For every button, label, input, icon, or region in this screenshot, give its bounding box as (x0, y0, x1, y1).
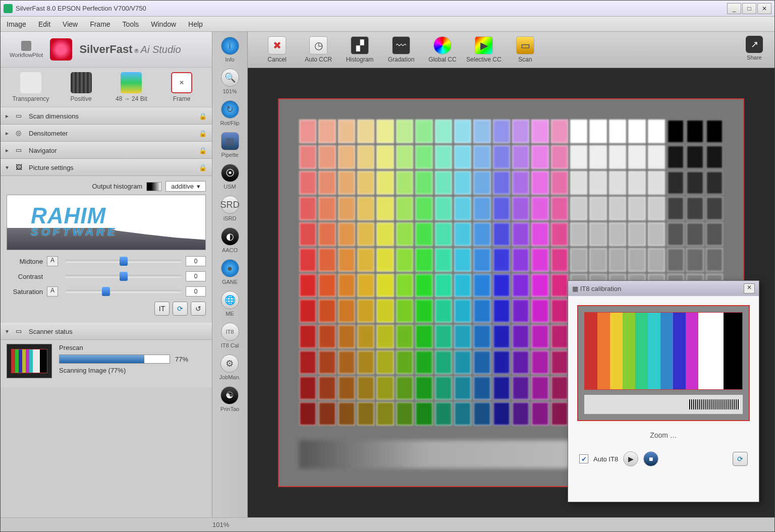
auto-it8-checkbox[interactable]: ✔ (579, 454, 588, 463)
gane-icon: ● (221, 259, 239, 277)
midtone-auto-button[interactable]: A (47, 256, 58, 266)
rotflip-label: Rot/Flip (220, 120, 240, 126)
bitdepth-icon (121, 72, 142, 93)
pipette-label: Pipette (221, 152, 238, 158)
it8-zoom-label: Zoom … (577, 431, 750, 439)
maximize-button[interactable]: □ (742, 3, 756, 14)
menu-tools[interactable]: Tools (123, 20, 139, 28)
saturation-label: Saturation (7, 288, 47, 295)
saturation-value[interactable]: 0 (186, 286, 206, 297)
minimize-button[interactable]: _ (727, 3, 741, 14)
share-button[interactable]: ↗Share (744, 36, 764, 64)
preview-area: ✖Cancel ◷Auto CCR ▞Histogram 〰Gradation … (248, 32, 774, 517)
positive-icon (71, 72, 92, 93)
menu-edit[interactable]: Edit (38, 20, 50, 28)
zoom-button[interactable]: 🔍101% (221, 69, 239, 94)
preview-canvas[interactable]: ▦ IT8 calibration ✕ Zoom … ✔ Auto IT8 ▶ … (248, 68, 774, 517)
target-icon: ◎ (16, 129, 25, 137)
saturation-auto-button[interactable]: A (47, 286, 58, 297)
it8cal-button[interactable]: IT8IT8 Cal (221, 323, 239, 348)
it8-calibration-dialog[interactable]: ▦ IT8 calibration ✕ Zoom … ✔ Auto IT8 ▶ … (568, 280, 759, 502)
prescan-label: Prescan (59, 344, 206, 351)
gradation-label: Gradation (388, 56, 415, 63)
menu-window[interactable]: Window (151, 20, 176, 28)
acc-navigator[interactable]: ▸ ▭ Navigator 🔒 (1, 142, 212, 159)
it8-icon: IT8 (221, 323, 239, 341)
aaco-button[interactable]: ◐AACO (221, 227, 239, 253)
menu-frame[interactable]: Frame (90, 20, 110, 28)
dropdown-icon: ▾ (197, 183, 200, 190)
cancel-button[interactable]: ✖Cancel (258, 36, 296, 63)
printtao-button[interactable]: ☯PrinTao (220, 386, 239, 412)
silverfast-logo-icon (50, 38, 72, 61)
menu-help[interactable]: Help (188, 20, 203, 28)
printtao-label: PrinTao (220, 406, 239, 412)
globalcc-button[interactable]: Global CC (423, 36, 462, 63)
info-button[interactable]: iInfo (221, 37, 239, 63)
usm-label: USM (224, 184, 236, 190)
it8-search-button[interactable]: ⟳ (733, 452, 748, 466)
close-button[interactable]: ✕ (757, 3, 771, 14)
scan-label: Scan (518, 56, 532, 63)
info-label: Info (225, 56, 234, 63)
auto-it8-label: Auto IT8 (593, 455, 618, 463)
acc-scanner-status[interactable]: ▾ ▭ Scanner status (1, 323, 212, 340)
transparency-icon (20, 72, 41, 93)
mode-transparency-button[interactable]: Transparency (11, 72, 51, 102)
selectivecc-button[interactable]: ▶Selective CC (465, 36, 503, 63)
menu-view[interactable]: View (63, 20, 78, 28)
acc-picture-settings[interactable]: ▾ 🖼 Picture settings 🔒 (1, 159, 212, 176)
stop-button[interactable]: ■ (643, 451, 658, 466)
me-button[interactable]: 🌐ME (221, 291, 239, 317)
usm-button[interactable]: ⦿USM (221, 164, 239, 190)
saturation-slider[interactable] (65, 290, 182, 293)
status-bar: 101% (1, 517, 774, 531)
acc-densitometer[interactable]: ▸ ◎ Densitometer 🔒 (1, 125, 212, 142)
isrd-button[interactable]: SRDiSRD (221, 196, 239, 221)
refresh-button[interactable]: ⟳ (173, 302, 188, 316)
brand-suffix: Ai Studio (141, 44, 181, 55)
contrast-slider[interactable] (65, 275, 182, 278)
autoccr-button[interactable]: ◷Auto CCR (299, 36, 338, 63)
mode-positive-button[interactable]: Positive (61, 72, 101, 102)
chevron-down-icon: ▾ (6, 328, 12, 335)
share-label: Share (747, 54, 761, 61)
it-button[interactable]: IT (154, 302, 170, 316)
reset-button[interactable]: ↺ (191, 302, 206, 316)
pipette-button[interactable]: ▨Pipette (221, 132, 239, 158)
midtone-value[interactable]: 0 (186, 256, 206, 266)
jobman-button[interactable]: ⚙JobMan. (219, 354, 240, 380)
prescan-thumbnail[interactable] (7, 344, 52, 378)
contrast-value[interactable]: 0 (186, 271, 206, 281)
midtone-label: Midtone (7, 258, 47, 265)
mode-bitdepth-button[interactable]: 48 → 24 Bit (111, 72, 151, 102)
play-button[interactable]: ▶ (623, 451, 638, 466)
scanner-icon: ▭ (16, 327, 25, 335)
menu-image[interactable]: Image (7, 20, 26, 28)
mode-positive-label: Positive (71, 95, 92, 102)
it8-title-bar[interactable]: ▦ IT8 calibration ✕ (568, 281, 759, 296)
it8cal-label: IT8 Cal (221, 342, 239, 348)
dialog-icon: ▦ (572, 285, 578, 292)
navigator-icon: ▭ (16, 146, 25, 154)
it8-close-button[interactable]: ✕ (744, 283, 755, 293)
gane-button[interactable]: ●GANE (221, 259, 239, 285)
scan-button[interactable]: ▭Scan (506, 36, 544, 63)
histogram-mode-select[interactable]: additive ▾ (165, 181, 206, 192)
midtone-slider[interactable] (65, 260, 182, 263)
histogram-button[interactable]: ▞Histogram (341, 36, 379, 63)
acc-scan-dimensions[interactable]: ▸ ▭ Scan dimensions 🔒 (1, 107, 212, 125)
contrast-label: Contrast (7, 273, 47, 280)
accordion: ▸ ▭ Scan dimensions 🔒 ▸ ◎ Densitometer 🔒… (1, 107, 212, 517)
selectivecc-icon: ▶ (475, 36, 493, 54)
progress-percent: 77% (175, 356, 188, 363)
window-title: SilverFast 8.0 EPSON Perfection V700/V75… (16, 5, 727, 12)
mode-frame-button[interactable]: ✕ Frame (161, 72, 202, 102)
lock-icon: 🔒 (199, 112, 207, 120)
rotflip-button[interactable]: ↻Rot/Flip (220, 100, 240, 126)
gradation-button[interactable]: 〰Gradation (382, 36, 420, 63)
isrd-label: iSRD (224, 215, 237, 221)
rotate-icon: ↻ (221, 100, 239, 119)
brand-text: SilverFast® Ai Studio (79, 43, 181, 56)
workflow-pilot-button[interactable]: WorkflowPilot (10, 41, 43, 58)
